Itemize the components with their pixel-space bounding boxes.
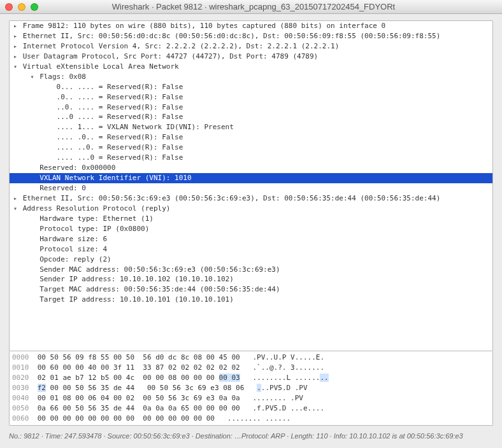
disclosure-blank-icon <box>29 295 36 305</box>
disclosure-blank-icon <box>29 255 36 265</box>
window-title: Wireshark · Packet 9812 · wireshark_pcap… <box>43 2 464 11</box>
tree-row-text: Internet Protocol Version 4, Src: 2.2.2.… <box>23 42 340 50</box>
tree-row-text: Ethernet II, Src: 00:50:56:3c:69:e3 (00:… <box>23 194 441 202</box>
tree-row-text: Sender IP address: 10.10.10.102 (10.10.1… <box>39 275 234 283</box>
disclosure-blank-icon <box>29 284 36 295</box>
tree-row[interactable]: .... ...0 = Reserved(R): False <box>10 153 492 163</box>
tree-row-text: Sender MAC address: 00:50:56:3c:69:e3 (0… <box>39 265 280 274</box>
tree-row-text: .... ..0. = Reserved(R): False <box>57 143 183 151</box>
tree-row[interactable]: .0.. .... = Reserved(R): False <box>10 92 492 102</box>
disclosure-blank-icon <box>46 132 52 143</box>
tree-row-text: Frame 9812: 110 bytes on wire (880 bits)… <box>23 22 386 30</box>
tree-row[interactable]: Address Resolution Protocol (reply) <box>10 204 492 214</box>
packet-bytes-hexdump[interactable]: 0000 00 50 56 09 f8 55 00 50 56 d0 dc 8c… <box>9 351 493 426</box>
hex-row[interactable]: 0040 00 01 08 00 06 04 00 02 00 50 56 3c… <box>12 393 490 403</box>
tree-row[interactable]: User Datagram Protocol, Src Port: 44727 … <box>10 52 492 62</box>
disclosure-blank-icon <box>46 102 52 113</box>
tree-row-text: VXLAN Network Identifier (VNI): 1010 <box>39 174 191 182</box>
tree-row-text: Virtual eXtensible Local Area Network <box>23 62 179 71</box>
tree-row-text: Reserved: 0x000000 <box>39 164 115 172</box>
status-bar: No.: 9812 · Time: 247.593478 · Source: 0… <box>9 432 493 440</box>
disclosure-blank-icon <box>29 214 36 224</box>
zoom-icon[interactable] <box>31 3 38 11</box>
disclosure-blank-icon <box>46 153 52 163</box>
tree-row-text: .... ...0 = Reserved(R): False <box>57 153 183 162</box>
disclosure-collapsed-icon[interactable] <box>12 52 18 62</box>
tree-row-text: Target MAC address: 00:50:56:35:de:44 (0… <box>39 285 280 293</box>
disclosure-blank-icon <box>46 82 52 92</box>
tree-row[interactable]: Protocol size: 4 <box>10 244 492 255</box>
disclosure-blank-icon <box>46 92 52 102</box>
tree-row[interactable]: Opcode: reply (2) <box>10 255 492 265</box>
disclosure-blank-icon <box>29 224 36 234</box>
tree-row[interactable]: .... ..0. = Reserved(R): False <box>10 143 492 153</box>
tree-row[interactable]: Sender MAC address: 00:50:56:3c:69:e3 (0… <box>10 265 492 275</box>
disclosure-collapsed-icon[interactable] <box>12 21 18 31</box>
tree-row[interactable]: Protocol type: IP (0x0800) <box>10 224 492 234</box>
tree-row-text: Flags: 0x08 <box>39 73 86 81</box>
disclosure-expanded-icon[interactable] <box>29 72 36 82</box>
tree-row[interactable]: ...0 .... = Reserved(R): False <box>10 112 492 122</box>
tree-row[interactable]: Internet Protocol Version 4, Src: 2.2.2.… <box>10 41 492 52</box>
tree-row-text: .0.. .... = Reserved(R): False <box>57 93 183 101</box>
hex-row[interactable]: 0030 f2 00 00 50 56 35 de 44 00 50 56 3c… <box>12 383 490 393</box>
hex-row[interactable]: 0010 00 60 00 00 40 00 3f 11 33 87 02 02… <box>12 363 490 373</box>
tree-row-text: ..0. .... = Reserved(R): False <box>57 103 183 111</box>
tree-row[interactable]: Hardware type: Ethernet (1) <box>10 214 492 224</box>
tree-row-text: Protocol size: 4 <box>39 245 107 253</box>
tree-row[interactable]: Frame 9812: 110 bytes on wire (880 bits)… <box>10 21 492 31</box>
hex-row[interactable]: 0000 00 50 56 09 f8 55 00 50 56 d0 dc 8c… <box>12 353 490 363</box>
tree-row[interactable]: Ethernet II, Src: 00:50:56:3c:69:e3 (00:… <box>10 193 492 204</box>
tree-row-text: .... .0.. = Reserved(R): False <box>57 133 183 141</box>
packet-details-tree[interactable]: Frame 9812: 110 bytes on wire (880 bits)… <box>9 20 493 351</box>
hex-row[interactable]: 0050 0a 66 00 50 56 35 de 44 0a 0a 0a 65… <box>12 403 490 414</box>
disclosure-blank-icon <box>46 112 52 122</box>
close-icon[interactable] <box>5 3 13 11</box>
tree-row[interactable]: Target IP address: 10.10.10.101 (10.10.1… <box>10 295 492 305</box>
tree-row-text: Protocol type: IP (0x0800) <box>39 225 149 233</box>
tree-row[interactable]: Reserved: 0x000000 <box>10 163 492 173</box>
disclosure-collapsed-icon[interactable] <box>12 193 18 204</box>
tree-row-text: Reserved: 0 <box>39 184 86 192</box>
tree-row-text: 0... .... = Reserved(R): False <box>57 83 183 91</box>
disclosure-blank-icon <box>29 173 36 183</box>
tree-row-text: User Datagram Protocol, Src Port: 44727 … <box>23 52 319 60</box>
tree-row-text: Address Resolution Protocol (reply) <box>23 204 171 213</box>
disclosure-blank-icon <box>29 183 36 193</box>
tree-row[interactable]: 0... .... = Reserved(R): False <box>10 82 492 92</box>
disclosure-expanded-icon[interactable] <box>12 62 18 72</box>
minimize-icon[interactable] <box>18 3 25 11</box>
disclosure-blank-icon <box>29 244 36 255</box>
tree-row[interactable]: Ethernet II, Src: 00:50:56:d0:dc:8c (00:… <box>10 31 492 41</box>
tree-row[interactable]: ..0. .... = Reserved(R): False <box>10 102 492 113</box>
tree-row-text: Target IP address: 10.10.10.101 (10.10.1… <box>39 295 234 304</box>
tree-row[interactable]: VXLAN Network Identifier (VNI): 1010 <box>10 173 492 183</box>
tree-row-text: .... 1... = VXLAN Network ID(VNI): Prese… <box>57 123 234 131</box>
disclosure-blank-icon <box>46 143 52 153</box>
disclosure-expanded-icon[interactable] <box>12 204 18 214</box>
hex-row[interactable]: 0060 00 00 00 00 00 00 00 00 00 00 00 00… <box>12 414 490 424</box>
tree-row[interactable]: Sender IP address: 10.10.10.102 (10.10.1… <box>10 274 492 284</box>
tree-row[interactable]: .... .0.. = Reserved(R): False <box>10 132 492 143</box>
hex-row[interactable]: 0020 02 01 ae b7 12 b5 00 4c 00 00 08 00… <box>12 373 490 383</box>
tree-row-text: Hardware size: 6 <box>39 235 107 243</box>
tree-row-text: Ethernet II, Src: 00:50:56:d0:dc:8c (00:… <box>23 32 441 40</box>
disclosure-blank-icon <box>29 163 36 173</box>
tree-row[interactable]: Target MAC address: 00:50:56:35:de:44 (0… <box>10 284 492 295</box>
tree-row[interactable]: Hardware size: 6 <box>10 234 492 244</box>
disclosure-blank-icon <box>46 122 52 132</box>
disclosure-blank-icon <box>29 234 36 244</box>
tree-row[interactable]: .... 1... = VXLAN Network ID(VNI): Prese… <box>10 122 492 132</box>
tree-row-text: ...0 .... = Reserved(R): False <box>57 113 183 121</box>
tree-row[interactable]: Flags: 0x08 <box>10 72 492 82</box>
tree-row[interactable]: Virtual eXtensible Local Area Network <box>10 62 492 72</box>
tree-row-text: Hardware type: Ethernet (1) <box>39 214 154 223</box>
titlebar: Wireshark · Packet 9812 · wireshark_pcap… <box>0 0 502 14</box>
disclosure-blank-icon <box>29 274 36 284</box>
disclosure-collapsed-icon[interactable] <box>12 41 18 52</box>
disclosure-collapsed-icon[interactable] <box>12 31 18 41</box>
disclosure-blank-icon <box>29 265 36 275</box>
tree-row-text: Opcode: reply (2) <box>39 255 111 263</box>
tree-row[interactable]: Reserved: 0 <box>10 183 492 193</box>
